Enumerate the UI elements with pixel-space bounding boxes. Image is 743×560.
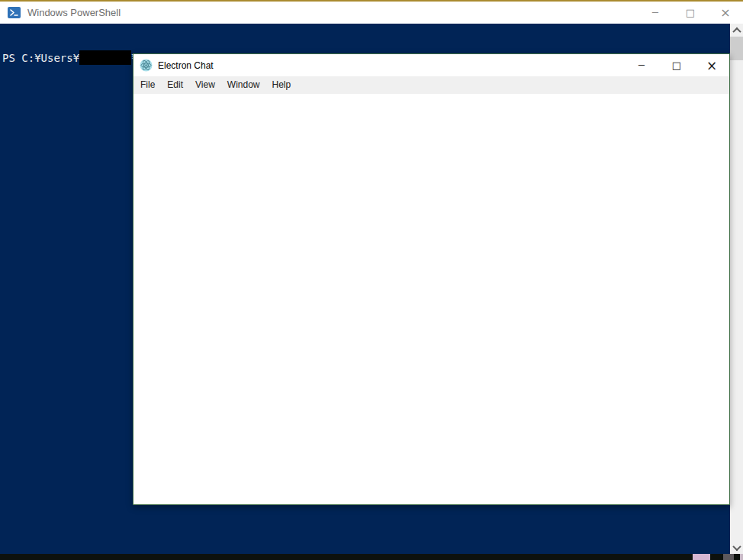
taskbar-icon-fragment-pink[interactable] xyxy=(693,554,710,560)
electron-close-button[interactable]: × xyxy=(694,54,729,76)
taskbar-icon-fragment-edge[interactable] xyxy=(740,554,743,560)
console-scrollbar[interactable] xyxy=(730,24,743,554)
menu-window[interactable]: Window xyxy=(221,76,266,94)
electron-menubar: File Edit View Window Help xyxy=(133,76,729,94)
powershell-minimize-button[interactable]: ─ xyxy=(638,2,673,24)
menu-edit[interactable]: Edit xyxy=(161,76,189,94)
electron-chat-window: Electron Chat ─ □ × File Edit View Windo… xyxy=(133,53,730,505)
redacted-username xyxy=(79,50,131,65)
powershell-titlebar[interactable]: Windows PowerShell ─ □ × xyxy=(0,2,743,24)
chevron-down-icon xyxy=(732,542,741,550)
electron-icon xyxy=(140,59,153,72)
scrollbar-up-button[interactable] xyxy=(730,24,743,37)
powershell-window-title: Windows PowerShell xyxy=(27,7,121,18)
menu-file[interactable]: File xyxy=(134,76,161,94)
electron-minimize-button[interactable]: ─ xyxy=(624,54,659,76)
powershell-icon xyxy=(8,7,21,18)
menu-help[interactable]: Help xyxy=(266,76,298,94)
screen: Windows PowerShell ─ □ × PS C:¥Users¥¥el… xyxy=(0,0,743,560)
electron-window-controls: ─ □ × xyxy=(624,54,729,76)
powershell-window-controls: ─ □ × xyxy=(638,2,743,24)
prompt-prefix: PS C:¥Users¥ xyxy=(2,52,79,64)
taskbar-sliver[interactable] xyxy=(0,554,743,560)
electron-window-title: Electron Chat xyxy=(158,60,214,71)
electron-titlebar[interactable]: Electron Chat ─ □ × xyxy=(133,54,729,76)
electron-content-area xyxy=(133,94,729,504)
powershell-maximize-button[interactable]: □ xyxy=(673,2,708,24)
taskbar-icon-fragment-gray[interactable] xyxy=(723,554,734,560)
scrollbar-down-button[interactable] xyxy=(730,541,743,554)
powershell-close-button[interactable]: × xyxy=(708,2,743,24)
electron-maximize-button[interactable]: □ xyxy=(659,54,694,76)
scrollbar-thumb[interactable] xyxy=(730,37,743,60)
menu-view[interactable]: View xyxy=(189,76,221,94)
chevron-up-icon xyxy=(732,27,741,35)
